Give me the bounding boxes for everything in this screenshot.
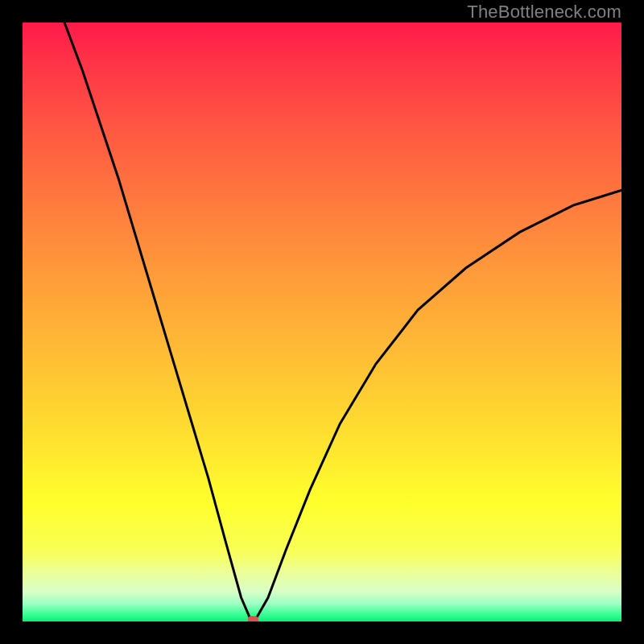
bottleneck-curve-svg bbox=[23, 23, 621, 621]
minimum-marker bbox=[248, 616, 258, 621]
bottleneck-curve-path bbox=[64, 23, 621, 618]
plot-area bbox=[23, 23, 621, 621]
chart-frame: TheBottleneck.com bbox=[0, 0, 644, 644]
watermark-text: TheBottleneck.com bbox=[467, 2, 621, 23]
